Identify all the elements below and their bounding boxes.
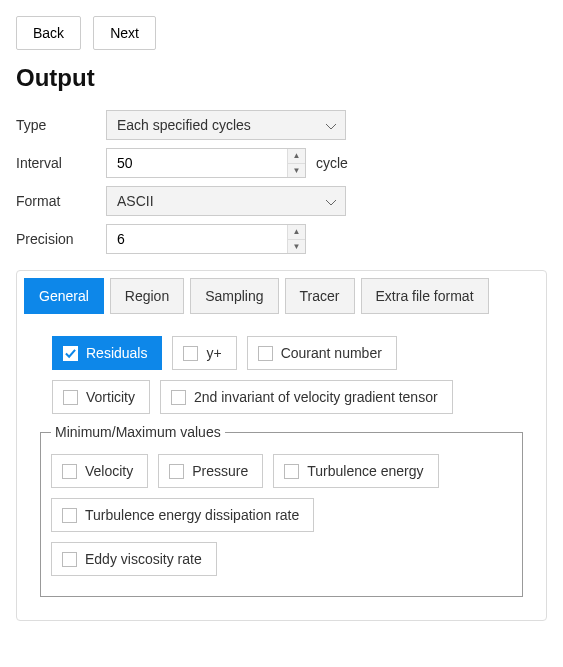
turb-energy-label: Turbulence energy (307, 463, 423, 479)
tab-extra-file-format[interactable]: Extra file format (361, 278, 489, 314)
precision-step-down[interactable]: ▼ (288, 240, 305, 254)
checkbox-icon (258, 346, 273, 361)
precision-step-up[interactable]: ▲ (288, 225, 305, 240)
precision-label: Precision (16, 231, 106, 247)
minmax-fieldset: Minimum/Maximum values Velocity Pressure… (40, 424, 523, 597)
format-select[interactable]: ASCII (106, 186, 346, 216)
courant-checkbox[interactable]: Courant number (247, 336, 397, 370)
turb-diss-label: Turbulence energy dissipation rate (85, 507, 299, 523)
yplus-checkbox[interactable]: y+ (172, 336, 236, 370)
eddy-visc-label: Eddy viscosity rate (85, 551, 202, 567)
eddy-visc-checkbox[interactable]: Eddy viscosity rate (51, 542, 217, 576)
vorticity-label: Vorticity (86, 389, 135, 405)
interval-input[interactable] (106, 148, 306, 178)
checkmark-icon (63, 346, 78, 361)
yplus-label: y+ (206, 345, 221, 361)
type-label: Type (16, 117, 106, 133)
type-select[interactable]: Each specified cycles (106, 110, 346, 140)
checkbox-icon (169, 464, 184, 479)
checkbox-icon (63, 390, 78, 405)
checkbox-icon (62, 508, 77, 523)
tab-sampling[interactable]: Sampling (190, 278, 278, 314)
vorticity-checkbox[interactable]: Vorticity (52, 380, 150, 414)
page-title: Output (16, 64, 547, 92)
checkbox-icon (62, 464, 77, 479)
back-button[interactable]: Back (16, 16, 81, 50)
format-label: Format (16, 193, 106, 209)
format-select-value: ASCII (117, 193, 154, 209)
interval-unit: cycle (316, 155, 348, 171)
turb-energy-checkbox[interactable]: Turbulence energy (273, 454, 438, 488)
checkbox-icon (171, 390, 186, 405)
interval-step-down[interactable]: ▼ (288, 164, 305, 178)
residuals-checkbox[interactable]: Residuals (52, 336, 162, 370)
tab-tracer[interactable]: Tracer (285, 278, 355, 314)
turb-diss-checkbox[interactable]: Turbulence energy dissipation rate (51, 498, 314, 532)
courant-label: Courant number (281, 345, 382, 361)
interval-label: Interval (16, 155, 106, 171)
checkbox-icon (183, 346, 198, 361)
velocity-checkbox[interactable]: Velocity (51, 454, 148, 488)
next-button[interactable]: Next (93, 16, 156, 50)
type-select-value: Each specified cycles (117, 117, 251, 133)
pressure-checkbox[interactable]: Pressure (158, 454, 263, 488)
tab-general[interactable]: General (24, 278, 104, 314)
precision-input[interactable] (106, 224, 306, 254)
interval-step-up[interactable]: ▲ (288, 149, 305, 164)
second-invariant-label: 2nd invariant of velocity gradient tenso… (194, 389, 438, 405)
checkbox-icon (284, 464, 299, 479)
tabs-container: General Region Sampling Tracer Extra fil… (16, 270, 547, 621)
residuals-label: Residuals (86, 345, 147, 361)
minmax-legend: Minimum/Maximum values (51, 424, 225, 440)
pressure-label: Pressure (192, 463, 248, 479)
tab-region[interactable]: Region (110, 278, 184, 314)
second-invariant-checkbox[interactable]: 2nd invariant of velocity gradient tenso… (160, 380, 453, 414)
checkbox-icon (62, 552, 77, 567)
velocity-label: Velocity (85, 463, 133, 479)
